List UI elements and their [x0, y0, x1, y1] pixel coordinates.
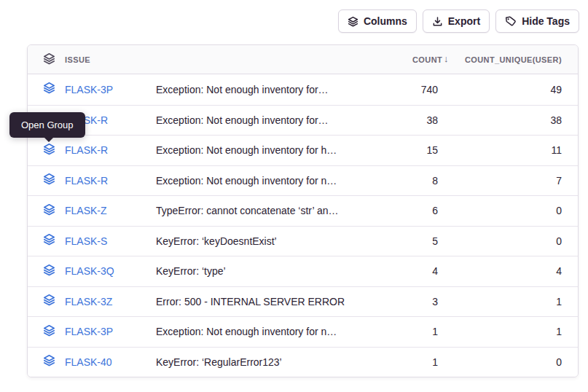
count-value: 8	[366, 175, 454, 187]
issue-link[interactable]: FLASK-3P	[65, 326, 113, 337]
count-value: 6	[366, 205, 454, 216]
table-row: FLASK-40 KeyError: ‘RegularError123’ 1 0	[28, 347, 578, 377]
count-unique-value: 4	[454, 265, 578, 277]
table-row: FLASK-3Q KeyError: ‘type’ 4 4	[28, 256, 578, 286]
count-unique-value: 1	[454, 326, 578, 337]
table-row: FLASK-S KeyError: ‘keyDoesntExist’ 5 0	[28, 226, 578, 256]
count-unique-value: 0	[454, 235, 578, 247]
count-value: 1	[366, 326, 454, 337]
issue-cell: FLASK-R	[28, 173, 156, 188]
count-unique-column-label: COUNT_UNIQUE(USER)	[465, 55, 562, 64]
table-body: FLASK-3P Exception: Not enough inventory…	[28, 74, 578, 377]
issue-link[interactable]: FLASK-R	[65, 175, 108, 187]
tooltip-arrow	[44, 137, 54, 142]
issue-title: Exception: Not enough inventory for n…	[156, 326, 366, 337]
issue-link[interactable]: FLASK-40	[65, 356, 112, 368]
count-unique-value: 0	[454, 205, 578, 216]
issue-title: KeyError: ‘keyDoesntExist’	[156, 235, 366, 247]
count-value: 5	[366, 235, 454, 247]
tooltip-text: Open Group	[21, 119, 74, 130]
sort-descending-arrow-icon: ↓	[444, 54, 449, 63]
hide-tags-button-label: Hide Tags	[522, 15, 570, 27]
issue-stack-icon[interactable]	[43, 354, 55, 369]
issue-link[interactable]: FLASK-R	[65, 144, 108, 156]
table-row: FLASK-3Z Error: 500 - INTERNAL SERVER ER…	[28, 286, 578, 317]
issue-cell: FLASK-Z	[28, 203, 156, 219]
issue-cell: FLASK-3Z	[28, 294, 156, 309]
count-value: 4	[366, 265, 454, 277]
stack-icon	[348, 16, 358, 27]
issue-title: Exception: Not enough inventory for…	[156, 114, 366, 126]
issue-link[interactable]: FLASK-3Z	[65, 296, 112, 307]
issue-link[interactable]: FLASK-3P	[65, 84, 113, 95]
issue-stack-icon[interactable]	[43, 294, 55, 309]
columns-button-label: Columns	[364, 15, 407, 27]
issue-stack-icon[interactable]	[43, 324, 55, 340]
issue-cell: FLASK-R	[28, 143, 156, 158]
issue-stack-icon[interactable]	[43, 173, 55, 188]
issue-stack-icon[interactable]	[43, 264, 55, 279]
issue-link[interactable]: FLASK-S	[65, 235, 107, 247]
table-row: FLASK-3P Exception: Not enough inventory…	[28, 74, 578, 105]
issue-stack-icon[interactable]	[43, 82, 55, 97]
issue-title: KeyError: ‘RegularError123’	[156, 356, 366, 368]
tag-icon	[505, 15, 517, 27]
column-header-count-unique[interactable]: COUNT_UNIQUE(USER)	[454, 55, 578, 64]
table-header-row: ISSUE COUNT ↓ COUNT_UNIQUE(USER)	[28, 45, 578, 74]
issue-title: Exception: Not enough inventory for n…	[156, 175, 366, 187]
count-unique-value: 38	[454, 114, 578, 126]
issue-column-label: ISSUE	[65, 55, 90, 64]
export-button[interactable]: Export	[423, 9, 490, 33]
issue-stack-icon[interactable]	[43, 203, 55, 219]
issues-table: ISSUE COUNT ↓ COUNT_UNIQUE(USER) FLASK-3…	[27, 44, 579, 377]
count-value: 740	[366, 84, 454, 95]
table-row: FLASK-R Exception: Not enough inventory …	[28, 135, 578, 165]
issue-title: KeyError: ‘type’	[156, 265, 366, 277]
issue-title: Error: 500 - INTERNAL SERVER ERROR	[156, 296, 366, 307]
page: Columns Export Hide Tags	[0, 0, 588, 392]
count-unique-value: 49	[454, 84, 578, 95]
count-unique-value: 11	[454, 144, 578, 156]
count-value: 15	[366, 144, 454, 156]
issue-title: TypeError: cannot concatenate ‘str’ an…	[156, 205, 366, 216]
count-value: 3	[366, 296, 454, 307]
issue-stack-icon[interactable]	[43, 143, 55, 158]
issue-stack-icon[interactable]	[43, 233, 55, 248]
issue-cell: FLASK-S	[28, 233, 156, 248]
issue-cell: FLASK-3Q	[28, 264, 156, 279]
toolbar: Columns Export Hide Tags	[338, 9, 579, 33]
column-header-count[interactable]: COUNT ↓	[366, 55, 454, 64]
download-icon	[432, 16, 443, 27]
issue-link[interactable]: FLASK-Z	[65, 205, 107, 216]
count-unique-value: 0	[454, 356, 578, 368]
count-unique-value: 1	[454, 296, 578, 307]
issue-cell: FLASK-3P	[28, 324, 156, 340]
table-row: FLASK-R Exception: Not enough inventory …	[28, 165, 578, 196]
stack-icon	[43, 52, 55, 66]
count-unique-value: 7	[454, 175, 578, 187]
count-value: 1	[366, 356, 454, 368]
column-header-issue[interactable]: ISSUE	[28, 52, 156, 66]
open-group-tooltip: Open Group	[9, 112, 85, 138]
issue-link[interactable]: FLASK-3Q	[65, 265, 114, 277]
export-button-label: Export	[448, 15, 480, 27]
table-row: FLASK-R Exception: Not enough inventory …	[28, 105, 578, 136]
issue-title: Exception: Not enough inventory for…	[156, 84, 366, 95]
issue-title: Exception: Not enough inventory for h…	[156, 144, 366, 156]
columns-button[interactable]: Columns	[338, 9, 417, 33]
issue-cell: FLASK-40	[28, 354, 156, 369]
count-column-label: COUNT	[412, 55, 442, 64]
issue-cell: FLASK-3P	[28, 82, 156, 97]
table-row: FLASK-Z TypeError: cannot concatenate ‘s…	[28, 195, 578, 226]
hide-tags-button[interactable]: Hide Tags	[495, 9, 579, 33]
table-row: FLASK-3P Exception: Not enough inventory…	[28, 316, 578, 347]
count-value: 38	[366, 114, 454, 126]
